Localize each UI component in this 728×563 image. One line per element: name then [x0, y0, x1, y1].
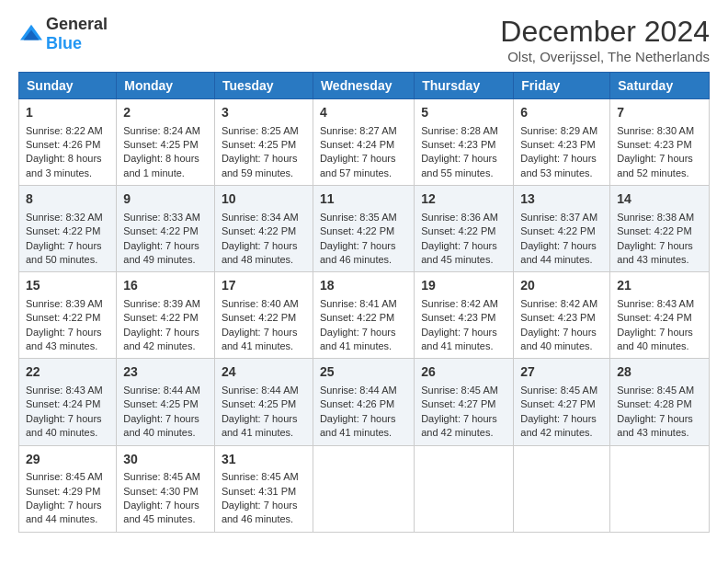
daylight-text: Daylight: 7 hours and 59 minutes. — [222, 153, 298, 178]
calendar-cell: 3Sunrise: 8:25 AMSunset: 4:25 PMDaylight… — [214, 99, 313, 186]
calendar-cell: 29Sunrise: 8:45 AMSunset: 4:29 PMDayligh… — [19, 445, 117, 532]
header: General Blue December 2024 Olst, Overijs… — [18, 15, 710, 64]
daylight-text: Daylight: 7 hours and 41 minutes. — [421, 327, 497, 351]
calendar-cell — [313, 445, 414, 532]
sunset-text: Sunset: 4:22 PM — [421, 225, 495, 236]
daylight-text: Daylight: 7 hours and 42 minutes. — [520, 413, 597, 438]
day-number: 2 — [123, 104, 208, 122]
calendar-cell: 14Sunrise: 8:38 AMSunset: 4:22 PMDayligh… — [610, 186, 710, 272]
day-number: 9 — [123, 190, 208, 209]
calendar-cell: 9Sunrise: 8:33 AMSunset: 4:22 PMDaylight… — [117, 186, 215, 272]
header-row: SundayMondayTuesdayWednesdayThursdayFrid… — [19, 73, 710, 99]
daylight-text: Daylight: 7 hours and 41 minutes. — [320, 327, 396, 351]
calendar-week-2: 8Sunrise: 8:32 AMSunset: 4:22 PMDaylight… — [19, 186, 710, 272]
daylight-text: Daylight: 7 hours and 48 minutes. — [222, 240, 298, 265]
sunrise-text: Sunrise: 8:45 AM — [26, 471, 103, 482]
sunset-text: Sunset: 4:22 PM — [320, 312, 394, 323]
daylight-text: Daylight: 7 hours and 50 minutes. — [26, 240, 102, 265]
sunrise-text: Sunrise: 8:45 AM — [617, 385, 694, 396]
daylight-text: Daylight: 7 hours and 52 minutes. — [617, 153, 693, 178]
sunset-text: Sunset: 4:31 PM — [222, 486, 296, 497]
logo-icon — [18, 23, 44, 45]
calendar-cell: 2Sunrise: 8:24 AMSunset: 4:25 PMDaylight… — [117, 99, 215, 186]
daylight-text: Daylight: 7 hours and 44 minutes. — [520, 240, 597, 265]
sunrise-text: Sunrise: 8:30 AM — [617, 125, 694, 136]
page-title: December 2024 — [500, 15, 710, 49]
day-number: 12 — [421, 190, 506, 209]
calendar-cell: 22Sunrise: 8:43 AMSunset: 4:24 PMDayligh… — [19, 359, 117, 445]
sunrise-text: Sunrise: 8:44 AM — [222, 385, 299, 396]
day-number: 10 — [222, 190, 306, 209]
day-number: 30 — [123, 451, 208, 469]
day-number: 18 — [320, 277, 407, 295]
day-number: 11 — [320, 190, 407, 209]
sunset-text: Sunset: 4:26 PM — [320, 398, 394, 409]
calendar-cell: 30Sunrise: 8:45 AMSunset: 4:30 PMDayligh… — [117, 445, 215, 532]
logo-blue: Blue — [46, 34, 82, 52]
day-number: 7 — [617, 104, 702, 122]
sunset-text: Sunset: 4:22 PM — [26, 312, 100, 323]
calendar-cell: 23Sunrise: 8:44 AMSunset: 4:25 PMDayligh… — [117, 359, 215, 445]
sunset-text: Sunset: 4:30 PM — [123, 486, 198, 497]
sunset-text: Sunset: 4:23 PM — [520, 312, 595, 323]
day-number: 27 — [520, 363, 603, 382]
sunset-text: Sunset: 4:24 PM — [617, 312, 691, 323]
calendar-cell: 17Sunrise: 8:40 AMSunset: 4:22 PMDayligh… — [214, 272, 313, 359]
sunrise-text: Sunrise: 8:43 AM — [617, 298, 694, 309]
daylight-text: Daylight: 7 hours and 55 minutes. — [421, 153, 497, 178]
sunset-text: Sunset: 4:27 PM — [421, 398, 495, 409]
calendar-cell: 28Sunrise: 8:45 AMSunset: 4:28 PMDayligh… — [610, 359, 710, 445]
sunset-text: Sunset: 4:22 PM — [320, 225, 394, 236]
calendar-week-1: 1Sunrise: 8:22 AMSunset: 4:26 PMDaylight… — [19, 99, 710, 186]
sunrise-text: Sunrise: 8:36 AM — [421, 212, 498, 223]
sunset-text: Sunset: 4:29 PM — [26, 486, 100, 497]
daylight-text: Daylight: 7 hours and 42 minutes. — [421, 413, 497, 438]
calendar-cell: 18Sunrise: 8:41 AMSunset: 4:22 PMDayligh… — [313, 272, 414, 359]
daylight-text: Daylight: 7 hours and 43 minutes. — [617, 240, 693, 265]
day-number: 8 — [26, 190, 109, 209]
daylight-text: Daylight: 7 hours and 45 minutes. — [123, 500, 199, 524]
day-number: 13 — [520, 190, 603, 209]
calendar-cell: 24Sunrise: 8:44 AMSunset: 4:25 PMDayligh… — [214, 359, 313, 445]
calendar-cell: 8Sunrise: 8:32 AMSunset: 4:22 PMDaylight… — [19, 186, 117, 272]
calendar-cell: 11Sunrise: 8:35 AMSunset: 4:22 PMDayligh… — [313, 186, 414, 272]
calendar-week-3: 15Sunrise: 8:39 AMSunset: 4:22 PMDayligh… — [19, 272, 710, 359]
calendar-cell: 5Sunrise: 8:28 AMSunset: 4:23 PMDaylight… — [415, 99, 514, 186]
col-header-sunday: Sunday — [19, 73, 117, 99]
daylight-text: Daylight: 7 hours and 43 minutes. — [617, 413, 693, 438]
sunrise-text: Sunrise: 8:25 AM — [222, 125, 299, 136]
sunrise-text: Sunrise: 8:39 AM — [123, 298, 200, 309]
col-header-wednesday: Wednesday — [313, 73, 414, 99]
col-header-tuesday: Tuesday — [214, 73, 313, 99]
daylight-text: Daylight: 7 hours and 41 minutes. — [222, 413, 298, 438]
sunrise-text: Sunrise: 8:34 AM — [222, 212, 299, 223]
day-number: 20 — [520, 277, 603, 295]
daylight-text: Daylight: 7 hours and 44 minutes. — [26, 500, 102, 524]
sunrise-text: Sunrise: 8:41 AM — [320, 298, 397, 309]
calendar-table: SundayMondayTuesdayWednesdayThursdayFrid… — [18, 72, 710, 533]
sunset-text: Sunset: 4:23 PM — [421, 139, 495, 150]
sunrise-text: Sunrise: 8:28 AM — [421, 125, 498, 136]
calendar-cell: 4Sunrise: 8:27 AMSunset: 4:24 PMDaylight… — [313, 99, 414, 186]
sunset-text: Sunset: 4:22 PM — [222, 225, 296, 236]
sunrise-text: Sunrise: 8:29 AM — [520, 125, 597, 136]
sunrise-text: Sunrise: 8:40 AM — [222, 298, 299, 309]
sunrise-text: Sunrise: 8:45 AM — [421, 385, 498, 396]
sunset-text: Sunset: 4:22 PM — [222, 312, 296, 323]
sunset-text: Sunset: 4:26 PM — [26, 139, 100, 150]
daylight-text: Daylight: 7 hours and 40 minutes. — [520, 327, 597, 351]
sunset-text: Sunset: 4:22 PM — [123, 225, 198, 236]
sunset-text: Sunset: 4:22 PM — [123, 312, 198, 323]
day-number: 16 — [123, 277, 208, 295]
sunset-text: Sunset: 4:24 PM — [26, 398, 100, 409]
calendar-cell: 27Sunrise: 8:45 AMSunset: 4:27 PMDayligh… — [514, 359, 610, 445]
sunset-text: Sunset: 4:25 PM — [123, 398, 198, 409]
daylight-text: Daylight: 8 hours and 1 minute. — [123, 153, 199, 178]
daylight-text: Daylight: 7 hours and 43 minutes. — [26, 327, 102, 351]
logo-text: General Blue — [46, 15, 108, 53]
day-number: 1 — [26, 104, 109, 122]
sunrise-text: Sunrise: 8:39 AM — [26, 298, 103, 309]
sunset-text: Sunset: 4:25 PM — [222, 139, 296, 150]
calendar-cell: 6Sunrise: 8:29 AMSunset: 4:23 PMDaylight… — [514, 99, 610, 186]
calendar-cell: 20Sunrise: 8:42 AMSunset: 4:23 PMDayligh… — [514, 272, 610, 359]
